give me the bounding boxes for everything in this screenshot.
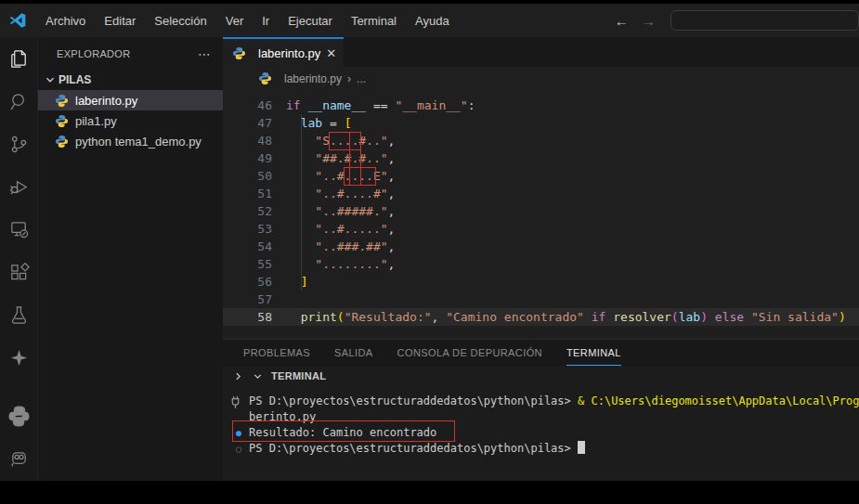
code-line-56: ] bbox=[286, 273, 859, 291]
tab-label: laberinto.py bbox=[258, 46, 320, 60]
code-line-49: "##.#.#..", bbox=[286, 149, 859, 167]
plug-icon bbox=[229, 395, 241, 409]
file-item-pila1[interactable]: pila1.py bbox=[38, 110, 223, 131]
code-line-53: "..#.....", bbox=[286, 220, 859, 238]
forward-arrow-icon[interactable]: → bbox=[642, 13, 656, 29]
code-line-46: if __name__ == "__main__": bbox=[286, 97, 859, 114]
close-icon[interactable]: ✕ bbox=[326, 46, 336, 60]
result-annotation-box bbox=[232, 420, 455, 442]
menu-item-seleccion[interactable]: Selección bbox=[145, 11, 215, 31]
file-item-python-tema1-demo[interactable]: python tema1_demo.py bbox=[38, 131, 223, 151]
extensions-icon[interactable] bbox=[0, 251, 37, 293]
terminal-cursor bbox=[578, 441, 585, 454]
more-actions-icon[interactable]: ⋯ bbox=[198, 46, 212, 61]
remote-explorer-icon[interactable] bbox=[0, 208, 37, 251]
menu-item-ir[interactable]: Ir bbox=[253, 11, 279, 31]
code-line-51: "..#....#", bbox=[286, 185, 859, 202]
maze-path-annotation-box-3 bbox=[344, 167, 376, 186]
sparkle-ai-icon[interactable] bbox=[0, 336, 37, 379]
vscode-window: Archivo Editar Selección Ver Ir Ejecutar… bbox=[0, 0, 859, 504]
menu-item-ejecutar[interactable]: Ejecutar bbox=[279, 11, 342, 31]
tab-salida[interactable]: SALIDA bbox=[334, 340, 373, 366]
code-line-54: "..###.##", bbox=[286, 238, 859, 255]
tab-consola-depuracion[interactable]: CONSOLA DE DEPURACIÓN bbox=[397, 340, 542, 366]
chevron-right-icon[interactable] bbox=[232, 370, 244, 382]
python-file-icon bbox=[232, 46, 246, 60]
tab-terminal[interactable]: TERMINAL bbox=[566, 340, 621, 366]
python-file-icon bbox=[55, 114, 69, 128]
command-center-searchbox[interactable] bbox=[670, 10, 859, 31]
bottom-panel: PROBLEMAS SALIDA CONSOLA DE DEPURACIÓN T… bbox=[223, 339, 859, 481]
breadcrumb: laberinto.py › ... bbox=[223, 67, 859, 91]
menu-item-ver[interactable]: Ver bbox=[216, 11, 254, 31]
python-extension-icon[interactable] bbox=[0, 395, 37, 438]
vscode-logo-icon bbox=[8, 11, 27, 30]
python-file-icon bbox=[258, 71, 272, 85]
code-line-52: "..#####.", bbox=[286, 202, 859, 220]
sidebar-title: EXPLORADOR bbox=[57, 48, 130, 59]
explorer-icon[interactable] bbox=[0, 37, 37, 80]
activity-bar bbox=[0, 37, 37, 481]
testing-beaker-icon[interactable] bbox=[0, 293, 37, 336]
gutter: 46474849505152535455565758 bbox=[223, 91, 286, 339]
code-lines: if __name__ == "__main__": lab = [ "S...… bbox=[286, 91, 859, 339]
terminal-line-1: PS D:\proyectos\estructuraddedatos\pytho… bbox=[249, 394, 859, 409]
code-editor[interactable]: 46474849505152535455565758 if __name__ =… bbox=[223, 91, 859, 339]
tab-problemas[interactable]: PROBLEMAS bbox=[243, 340, 310, 366]
folder-section-pilas[interactable]: PILAS bbox=[38, 70, 223, 90]
code-line-57 bbox=[286, 291, 859, 308]
back-arrow-icon[interactable]: ← bbox=[615, 13, 629, 29]
file-name: pila1.py bbox=[75, 114, 117, 128]
code-line-47: lab = [ bbox=[286, 114, 859, 132]
menu-item-terminal[interactable]: Terminal bbox=[342, 11, 406, 31]
terminal-section-header: TERMINAL bbox=[223, 366, 859, 386]
terminal-section-title: TERMINAL bbox=[271, 370, 326, 381]
chevron-down-icon bbox=[44, 73, 57, 86]
menu-item-ayuda[interactable]: Ayuda bbox=[406, 11, 459, 31]
terminal-line-4: ○PS D:\proyectos\estructuraddedatos\pyth… bbox=[249, 441, 859, 457]
menu-item-editar[interactable]: Editar bbox=[95, 11, 145, 31]
panel-tab-bar: PROBLEMAS SALIDA CONSOLA DE DEPURACIÓN T… bbox=[223, 340, 859, 366]
explorer-sidebar: EXPLORADOR ⋯ PILAS laberinto.py pila1.py… bbox=[37, 37, 223, 481]
ai-assistant-icon[interactable] bbox=[0, 438, 37, 481]
chevron-down-icon[interactable] bbox=[252, 370, 264, 382]
file-item-laberinto[interactable]: laberinto.py bbox=[38, 90, 223, 110]
menu-bar: Archivo Editar Selección Ver Ir Ejecutar… bbox=[36, 11, 459, 31]
code-line-55: "........", bbox=[286, 255, 859, 273]
file-name: python tema1_demo.py bbox=[75, 135, 202, 149]
code-line-48: "S....#..", bbox=[286, 132, 859, 149]
tab-laberinto[interactable]: laberinto.py ✕ bbox=[223, 37, 344, 67]
run-and-debug-icon[interactable] bbox=[0, 165, 37, 208]
breadcrumb-separator: › bbox=[347, 72, 351, 85]
command-circle-icon: ○ bbox=[236, 441, 241, 457]
python-file-icon bbox=[55, 94, 69, 108]
file-name: laberinto.py bbox=[75, 94, 137, 108]
terminal-output[interactable]: PS D:\proyectos\estructuraddedatos\pytho… bbox=[223, 386, 859, 481]
code-line-58: print("Resultado:", "Camino encontrado" … bbox=[286, 308, 859, 326]
breadcrumb-more[interactable]: ... bbox=[357, 72, 366, 85]
python-file-icon bbox=[55, 135, 69, 149]
window-void bbox=[0, 481, 859, 504]
editor-tab-bar: laberinto.py ✕ bbox=[223, 37, 859, 67]
source-control-icon[interactable] bbox=[0, 123, 37, 165]
menu-item-archivo[interactable]: Archivo bbox=[36, 11, 95, 31]
title-bar: Archivo Editar Selección Ver Ir Ejecutar… bbox=[0, 0, 859, 37]
breadcrumb-file[interactable]: laberinto.py bbox=[284, 72, 342, 85]
search-icon[interactable] bbox=[0, 80, 37, 123]
